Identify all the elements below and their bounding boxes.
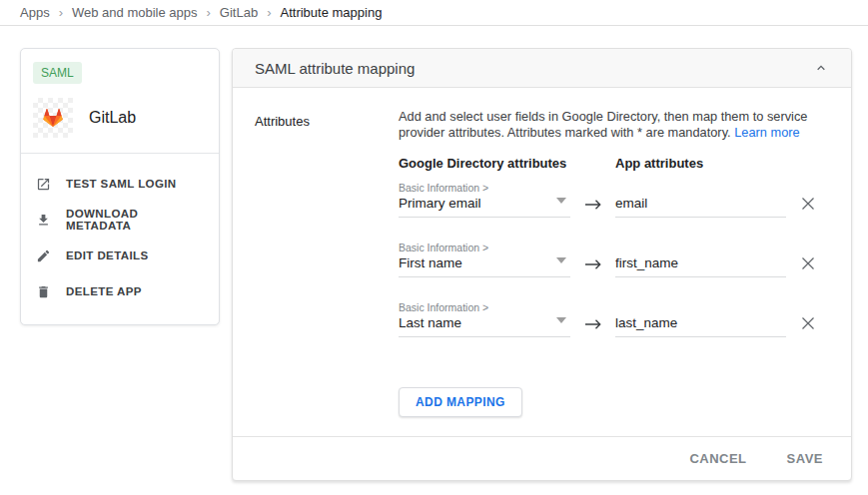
menu-item-label: DOWNLOAD METADATA — [66, 208, 204, 232]
arrow-right-icon — [584, 199, 602, 211]
cancel-button[interactable]: CANCEL — [689, 451, 746, 466]
directory-attributes-column-header: Google Directory attributes — [399, 156, 615, 171]
arrow-right-icon — [584, 318, 602, 330]
chevron-right-icon: › — [267, 5, 271, 19]
chevron-up-icon — [813, 60, 829, 76]
mapping-row: Basic Information > Last name — [399, 301, 851, 337]
panel-footer: CANCEL SAVE — [233, 436, 851, 480]
app-attribute-input[interactable] — [615, 314, 786, 331]
close-icon — [801, 316, 815, 330]
gitlab-logo — [33, 98, 73, 138]
panel-header-toggle[interactable]: SAML attribute mapping — [233, 49, 851, 88]
app-attribute-input[interactable] — [615, 254, 786, 271]
directory-attribute-select[interactable]: Basic Information > First name — [399, 242, 570, 277]
directory-attribute-value: Primary email — [399, 195, 570, 212]
app-attribute-input[interactable] — [615, 195, 786, 212]
saml-badge: SAML — [33, 62, 82, 84]
maps-to-arrow — [570, 318, 615, 330]
breadcrumb: Apps › Web and mobile apps › GitLab › At… — [0, 0, 868, 26]
breadcrumb-item-apps[interactable]: Apps — [20, 5, 50, 20]
breadcrumb-current: Attribute mapping — [281, 5, 383, 20]
remove-mapping-button[interactable] — [801, 316, 815, 330]
learn-more-link[interactable]: Learn more — [734, 125, 799, 140]
maps-to-arrow — [570, 199, 615, 211]
app-attribute-field — [615, 194, 786, 218]
close-icon — [801, 197, 815, 211]
attributes-section-label: Attributes — [255, 114, 310, 129]
trash-icon — [36, 284, 51, 299]
directory-attribute-category: Basic Information > — [399, 301, 570, 313]
app-attribute-field — [615, 253, 786, 277]
directory-attribute-select[interactable]: Basic Information > Last name — [399, 301, 570, 337]
arrow-right-icon — [584, 258, 602, 270]
close-icon — [801, 256, 815, 270]
app-attributes-column-header: App attributes — [615, 156, 703, 171]
breadcrumb-item-web-and-mobile-apps[interactable]: Web and mobile apps — [72, 5, 198, 20]
attributes-description: Add and select user fields in Google Dir… — [399, 109, 851, 141]
directory-attribute-select[interactable]: Basic Information > Primary email — [399, 182, 570, 218]
open-in-new-icon — [36, 177, 51, 192]
remove-mapping-button[interactable] — [801, 256, 815, 270]
app-attribute-field — [615, 313, 786, 337]
menu-item-test-saml-login[interactable]: TEST SAML LOGIN — [21, 166, 219, 202]
panel-title: SAML attribute mapping — [255, 60, 813, 77]
pencil-icon — [36, 248, 51, 263]
panel-body: Attributes Add and select user fields in… — [233, 88, 851, 436]
directory-attribute-value: First name — [399, 254, 570, 271]
dropdown-caret-icon — [556, 257, 566, 263]
mapping-row: Basic Information > Primary email — [399, 182, 851, 218]
menu-item-label: EDIT DETAILS — [66, 249, 149, 261]
save-button[interactable]: SAVE — [787, 451, 823, 466]
directory-attribute-category: Basic Information > — [399, 182, 570, 194]
dropdown-caret-icon — [556, 317, 566, 323]
gitlab-tanuki-icon — [36, 102, 70, 134]
maps-to-arrow — [570, 258, 615, 270]
app-info-card: SAML GitLab — [20, 48, 220, 325]
menu-item-label: DELETE APP — [66, 285, 142, 297]
mapping-column-headers: Google Directory attributes App attribut… — [399, 156, 851, 171]
menu-item-edit-details[interactable]: EDIT DETAILS — [21, 238, 219, 273]
dropdown-caret-icon — [556, 198, 566, 204]
chevron-right-icon: › — [207, 5, 211, 19]
saml-attribute-mapping-panel: SAML attribute mapping Attributes Add an… — [232, 48, 852, 481]
app-name: GitLab — [89, 109, 136, 127]
directory-attribute-value: Last name — [399, 314, 570, 331]
breadcrumb-item-gitlab[interactable]: GitLab — [220, 5, 258, 20]
mapping-rows: Basic Information > Primary email — [399, 182, 851, 337]
mapping-row: Basic Information > First name — [399, 242, 851, 277]
add-mapping-button[interactable]: ADD MAPPING — [399, 387, 522, 417]
app-identity: GitLab — [33, 98, 207, 138]
remove-mapping-button[interactable] — [801, 197, 815, 211]
menu-item-download-metadata[interactable]: DOWNLOAD METADATA — [21, 202, 219, 238]
attributes-main-column: Add and select user fields in Google Dir… — [399, 109, 851, 417]
download-icon — [36, 213, 51, 228]
directory-attribute-category: Basic Information > — [399, 242, 570, 253]
menu-item-label: TEST SAML LOGIN — [66, 178, 177, 190]
page: Apps › Web and mobile apps › GitLab › At… — [0, 0, 868, 495]
chevron-right-icon: › — [59, 5, 63, 19]
app-actions-menu: TEST SAML LOGIN DOWNLOAD METADATA EDIT D… — [21, 154, 219, 321]
menu-item-delete-app[interactable]: DELETE APP — [21, 273, 219, 309]
